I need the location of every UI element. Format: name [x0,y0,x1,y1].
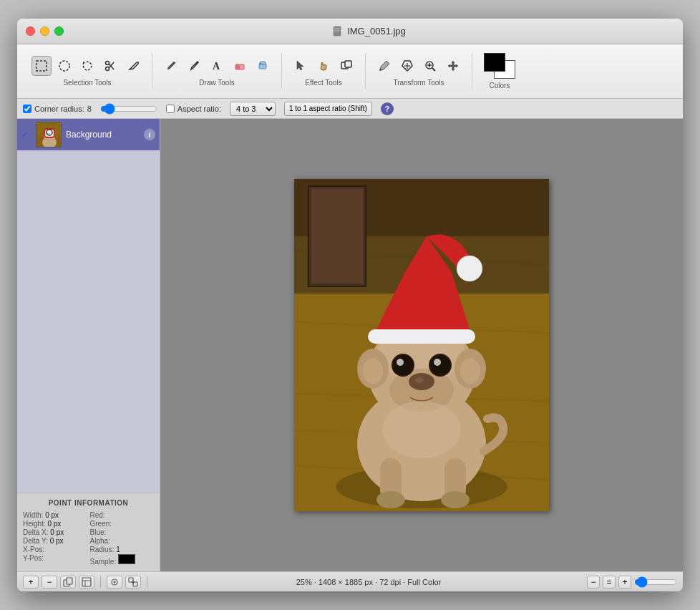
duplicate-layer-button[interactable] [60,576,76,589]
point-info-width: Width: 0 px [23,511,87,519]
layer-item-background[interactable]: ✓ G Background i [17,119,160,150]
foreground-color-swatch[interactable] [484,53,505,72]
draw-tools-label: Draw Tools [199,79,234,87]
svg-rect-49 [368,329,475,344]
point-info-delta-y: Delta Y: 0 px [23,537,87,545]
paint-bucket-tool[interactable] [253,56,273,76]
svg-point-58 [415,377,424,383]
svg-point-44 [376,491,405,508]
svg-text:A: A [213,61,220,72]
point-info-radius: Radius: 1 [90,546,155,553]
point-info-blue: Blue: [90,528,155,536]
svg-rect-4 [37,61,47,71]
color-picker-tool[interactable] [374,56,394,76]
effect-tool-icons [291,56,356,76]
selection-tools-label: Selection Tools [63,79,111,87]
remove-layer-button[interactable]: − [42,576,57,589]
svg-point-70 [114,581,116,583]
text-tool[interactable]: A [207,56,227,76]
ink-tool[interactable] [184,56,204,76]
svg-rect-1 [334,28,340,29]
layers-empty-area [17,150,160,493]
minimize-button[interactable] [40,26,49,36]
transform-tool-icons [374,56,463,76]
zoom-controls: − = + [587,576,677,589]
svg-rect-68 [82,578,91,586]
move-tool[interactable] [443,56,463,76]
options-bar: Corner radius: 8 Aspect ratio: 4 to 3 1 … [17,99,683,119]
svg-rect-40 [311,189,363,284]
effect-tools-group: Effect Tools [282,53,366,89]
canvas-area[interactable] [160,119,683,571]
corner-radius-slider[interactable] [100,105,157,112]
zoom-in-button[interactable]: + [618,576,631,589]
layer-info-button[interactable]: i [144,129,155,140]
svg-rect-67 [67,578,72,584]
titlebar: IMG_0051.jpg [17,19,683,44]
svg-rect-16 [345,61,351,67]
traffic-lights [26,26,64,36]
zoom-out-button[interactable]: − [587,576,600,589]
window-title: IMG_0051.jpg [64,26,674,37]
svg-point-63 [430,355,450,375]
svg-rect-13 [259,64,266,69]
point-info-grid: Width: 0 px Red: Height: 0 px Green: [23,511,154,566]
scissors-select-tool[interactable] [100,56,120,76]
point-info-alpha: Alpha: [90,537,155,545]
point-info-ypos: Y-Pos: [23,554,87,566]
main-content: ✓ G Background i [17,119,683,571]
help-button[interactable]: ? [381,102,394,115]
corner-radius-label: Corner radius: 8 [23,105,92,113]
point-info-height: Height: 0 px [23,520,87,528]
point-info-green: Green: [90,520,155,528]
aspect-ratio-button[interactable]: 1 to 1 aspect ratio (Shift) [284,102,372,116]
svg-line-19 [432,68,435,71]
status-separator-1 [100,576,101,588]
heal-tool[interactable] [397,56,417,76]
color-swatches[interactable] [484,53,515,79]
layers-panel: ✓ G Background i [17,119,160,571]
clone-tool[interactable] [336,56,356,76]
layer-thumb-svg: G [37,122,62,147]
svg-rect-71 [129,578,133,582]
point-information-panel: POINT INFORMATION Width: 0 px Red: Heigh… [17,493,160,571]
svg-rect-12 [235,64,240,69]
svg-point-5 [59,61,69,71]
eraser-tool[interactable] [230,56,250,76]
main-window: IMG_0051.jpg [17,19,683,591]
svg-point-60 [393,355,413,375]
layer-thumbnail: G [36,122,62,147]
pug-image [294,179,549,511]
colors-label: Colors [490,82,510,89]
aspect-ratio-label: Aspect ratio: [166,105,221,113]
file-icon [332,26,344,37]
status-separator-2 [147,576,147,588]
close-button[interactable] [26,26,35,36]
view-toggle-button[interactable] [107,576,122,589]
hand-tool[interactable] [313,56,334,76]
lasso-select-tool[interactable] [77,56,97,76]
corner-radius-checkbox[interactable] [23,105,31,113]
add-layer-button[interactable]: + [23,576,39,589]
sample-color-swatch [118,554,135,564]
selection-tool-icons [31,56,143,76]
pointer-tool[interactable] [291,56,311,76]
ellipse-select-tool[interactable] [54,56,74,76]
maximize-button[interactable] [54,26,64,36]
aspect-ratio-select[interactable]: 4 to 3 1 to 1 16 to 9 Free [230,102,276,116]
svg-point-45 [441,491,470,508]
svg-point-55 [460,358,480,384]
layer-visibility-check[interactable]: ✓ [21,130,31,140]
toolbar: Selection Tools A Dr [17,44,683,99]
transform-button[interactable] [125,576,141,589]
rect-select-tool[interactable] [31,56,52,76]
pencil-tool[interactable] [161,56,181,76]
point-info-sample: Sample: [90,554,155,566]
image-properties-button[interactable] [79,576,94,589]
zoom-tool[interactable] [420,56,440,76]
pen-select-tool[interactable] [123,56,143,76]
svg-rect-3 [334,32,339,32]
zoom-slider[interactable] [634,579,677,585]
aspect-ratio-checkbox[interactable] [166,105,175,113]
zoom-reset-button[interactable]: = [603,576,616,589]
